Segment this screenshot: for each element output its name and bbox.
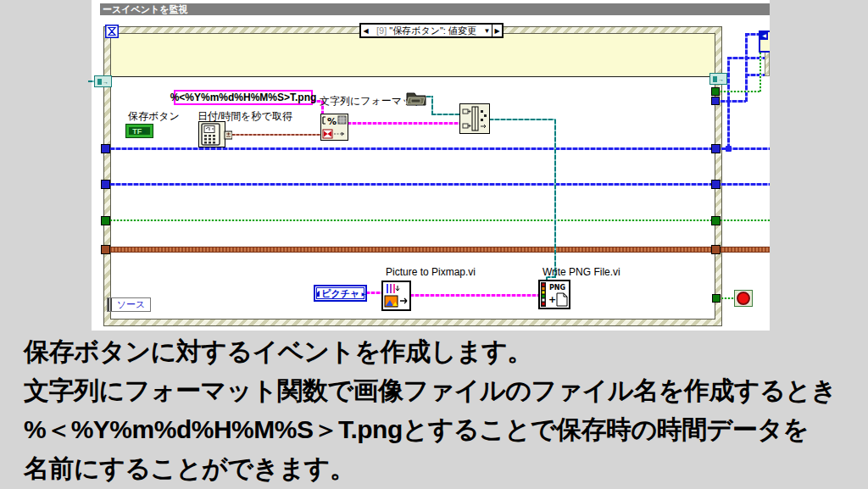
selector-next-icon[interactable]: ▶ xyxy=(492,25,502,36)
event-structure[interactable] xyxy=(103,26,722,326)
house-icon xyxy=(315,290,320,297)
stop-button-terminal[interactable] xyxy=(734,290,753,307)
tunnel-left-brown[interactable] xyxy=(101,245,110,254)
pixmap-icon xyxy=(381,281,411,311)
neighbor-event-structure: ◀ xyxy=(759,31,770,53)
percent-format-icon: % xyxy=(320,114,348,141)
dynamic-event-terminal-right-icon[interactable]: → xyxy=(709,73,727,85)
get-datetime-node[interactable] xyxy=(198,121,232,151)
format-string-text: %<%Y%m%d%H%M%S>T.png xyxy=(170,92,317,103)
boolean-wire-top-v xyxy=(760,53,761,92)
save-button-terminal[interactable]: TF ▶ xyxy=(125,124,153,138)
subdiagram-label-band[interactable] xyxy=(111,34,715,77)
caption-line-4: 名前にすることができます。 xyxy=(24,449,854,488)
png-file-icon: PNG + xyxy=(538,280,570,309)
boolean-wire-stop xyxy=(721,297,735,299)
refnum-wire-branch-h xyxy=(727,57,770,59)
caption-line-1: 保存ボタンに対するイベントを作成します。 xyxy=(24,332,854,371)
selector-title[interactable]: [9] "保存ボタン": 値変更 xyxy=(370,25,482,36)
refnum-wire-2 xyxy=(110,183,770,186)
cluster-wire-long xyxy=(110,247,770,253)
tunnel-right-green-top[interactable] xyxy=(711,87,720,96)
picture-ref-label: ピクチャ xyxy=(321,287,359,300)
timestamp-wire xyxy=(232,134,326,136)
svg-text:%: % xyxy=(327,116,337,127)
wire-junction-dot xyxy=(726,146,732,152)
pane-title-text: ースイベントを監視 xyxy=(103,4,188,14)
neighbor-selector-arrow-icon: ◀ xyxy=(760,32,768,40)
format-into-string-node[interactable]: % xyxy=(320,114,348,144)
write-png-label: Write PNG File.vi xyxy=(542,266,620,278)
folder-icon[interactable] xyxy=(405,90,428,110)
caption-line-3: %＜%Y%m%d%H%M%S＞T.pngとすることで保存時の時間データを xyxy=(24,410,854,449)
tunnel-right-blue-2[interactable] xyxy=(711,180,721,189)
picture-to-pixmap-node[interactable] xyxy=(381,281,411,314)
selector-dropdown-icon[interactable]: ▼ xyxy=(482,25,492,36)
tunnel-right-blue-1[interactable] xyxy=(711,144,721,153)
format-string-constant[interactable]: %<%Y%m%d%H%M%S>T.png xyxy=(174,90,313,105)
refnum-wire-branch-v xyxy=(727,58,730,148)
png-text: PNG xyxy=(549,284,565,292)
event-data-node[interactable]: ソース xyxy=(107,297,151,312)
stop-button-icon xyxy=(737,292,750,305)
timeout-hourglass-icon[interactable] xyxy=(105,25,119,42)
tunnel-left-green[interactable] xyxy=(101,216,110,225)
selector-prev-icon[interactable]: ◀ xyxy=(361,25,370,36)
event-selector[interactable]: ◀ [9] "保存ボタン": 値変更 ▼ ▶ xyxy=(359,23,504,38)
picture-control-reference[interactable]: ピクチャ ▶ xyxy=(314,285,367,302)
tunnel-right-green-bottom[interactable] xyxy=(712,294,721,303)
build-path-node[interactable] xyxy=(459,103,490,137)
boolean-wire-top-h xyxy=(721,91,761,92)
write-png-node[interactable]: PNG + xyxy=(538,280,570,313)
ref-out-arrow-icon: ▶ xyxy=(361,291,365,297)
selector-index: [9] xyxy=(376,25,387,36)
tf-text: TF xyxy=(132,127,142,136)
caption-text: 保存ボタンに対するイベントを作成します。 文字列にフォーマット関数で画像ファイル… xyxy=(24,332,854,488)
event-reg-wire-stub xyxy=(88,81,94,82)
path-wire-folder-h2 xyxy=(431,114,459,115)
path-wire-out-h xyxy=(489,119,556,120)
pixmap-ref-wire xyxy=(366,292,381,294)
boolean-wire-long xyxy=(110,219,770,221)
tunnel-right-green[interactable] xyxy=(711,216,721,225)
pixmap-data-wire xyxy=(410,294,539,297)
caption-line-2: 文字列にフォーマット関数で画像ファイルのファイル名を作成するとき xyxy=(24,371,854,410)
path-wire-out-v xyxy=(554,119,556,278)
tunnel-right-brown[interactable] xyxy=(711,245,721,254)
path-wire-folder-v xyxy=(431,96,433,115)
dynamic-event-terminal-left-icon[interactable]: → xyxy=(94,75,112,87)
refnum-wire-tunnel-h xyxy=(721,100,746,103)
save-button-label: 保存ボタン xyxy=(128,109,180,124)
string-wire-format-out xyxy=(348,122,459,125)
build-path-icon xyxy=(459,103,490,134)
svg-text:+: + xyxy=(548,294,556,305)
tunnel-right-blue-top[interactable] xyxy=(711,97,720,105)
tunnel-left-blue-1[interactable] xyxy=(101,144,110,153)
pane-title-bar: ースイベントを監視 xyxy=(100,3,770,15)
selector-event-name: "保存ボタン": 値変更 xyxy=(389,25,476,37)
picture-to-pixmap-label: Picture to Pixmap.vi xyxy=(386,266,476,278)
tunnel-left-blue-2[interactable] xyxy=(101,180,110,189)
event-data-node-label: ソース xyxy=(112,298,150,311)
clock-icon xyxy=(198,121,232,147)
terminal-out-arrow-icon: ▶ xyxy=(142,128,147,134)
refnum-wire-up-h xyxy=(745,33,760,36)
